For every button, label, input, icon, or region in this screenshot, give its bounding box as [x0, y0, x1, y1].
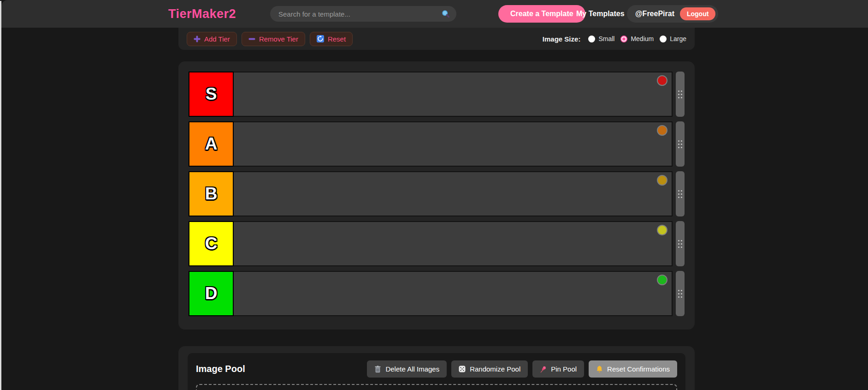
reset-confirmations-button[interactable]: Reset Confirmations [589, 360, 677, 378]
grip-dots-icon [678, 190, 679, 192]
image-pool-inner: Image Pool [188, 353, 685, 390]
size-option-small[interactable]: Small [588, 35, 614, 42]
die-icon [459, 366, 466, 372]
tier-dropzone-a[interactable] [234, 121, 673, 167]
randomize-pool-button[interactable]: Randomize Pool [451, 360, 528, 378]
minus-icon [248, 36, 255, 42]
grip-dots-icon [678, 240, 679, 241]
create-template-button[interactable]: Create a Template [498, 5, 585, 23]
logout-button[interactable]: Logout [680, 7, 715, 20]
tier-drag-handle[interactable] [676, 221, 685, 266]
tier-drag-handle[interactable] [676, 121, 685, 167]
app-logo[interactable]: TierMaker2 [168, 0, 236, 28]
magnifier-icon[interactable] [442, 10, 450, 18]
tier-list-panel: S A B C D [178, 61, 695, 330]
size-option-label: Medium [631, 35, 654, 42]
add-tier-label: Add Tier [204, 35, 230, 43]
size-option-label: Large [670, 35, 686, 42]
tier-drag-handle[interactable] [676, 72, 685, 117]
header-bar: TierMaker2 Create a Template My Template… [1, 0, 868, 28]
pin-pool-label: Pin Pool [551, 365, 577, 373]
tier-drag-handle[interactable] [676, 171, 685, 216]
image-pool-panel: Image Pool [178, 346, 695, 390]
reset-confirmations-label: Reset Confirmations [607, 365, 670, 373]
tier-dropzone-s[interactable] [234, 72, 673, 117]
add-tier-button[interactable]: Add Tier [187, 32, 237, 46]
reset-label: Reset [328, 35, 346, 43]
tier-toolbar: Add Tier Remove Tier Res [178, 28, 695, 50]
pin-pool-button[interactable]: Pin Pool [532, 360, 584, 378]
tier-drag-handle[interactable] [676, 271, 685, 316]
tier-label-b[interactable]: B [189, 171, 234, 216]
tier-dropzone-b[interactable] [234, 171, 673, 216]
window-left-edge [0, 1, 1, 390]
tier-row-b: B [189, 171, 685, 216]
radio-checked-icon[interactable] [620, 36, 627, 42]
delete-all-images-label: Delete All Images [385, 365, 439, 373]
delete-all-images-button[interactable]: Delete All Images [367, 360, 447, 378]
my-templates-link[interactable]: My Templates [576, 0, 625, 28]
remove-tier-button[interactable]: Remove Tier [242, 32, 305, 46]
image-pool-header: Image Pool [196, 360, 677, 378]
tier-edit-buttons: Add Tier Remove Tier Res [187, 32, 353, 46]
tiermaker-page: TierMaker2 Create a Template My Template… [0, 0, 868, 390]
image-pool-actions: Delete All Images [367, 360, 677, 378]
username-label: @FreePirat [635, 10, 674, 18]
tier-label-s[interactable]: S [189, 72, 234, 117]
image-size-group: Image Size: Small Medium Large [543, 35, 686, 43]
tier-row-c: C [189, 221, 685, 266]
tier-color-picker-icon[interactable] [657, 75, 667, 86]
grip-dots-icon [678, 290, 679, 291]
randomize-pool-label: Randomize Pool [470, 365, 520, 373]
tier-row-d: D [189, 271, 685, 316]
tier-label-a[interactable]: A [189, 121, 234, 167]
refresh-icon [317, 35, 324, 42]
tier-color-picker-icon[interactable] [657, 175, 667, 186]
tier-color-picker-icon[interactable] [657, 225, 667, 235]
plus-icon [194, 36, 201, 42]
pushpin-icon [540, 366, 547, 373]
remove-tier-label: Remove Tier [259, 35, 298, 43]
image-pool-dropzone[interactable] [196, 384, 677, 390]
tier-color-picker-icon[interactable] [657, 275, 667, 285]
image-size-label: Image Size: [543, 35, 581, 43]
tier-color-picker-icon[interactable] [657, 125, 667, 136]
size-option-label: Small [598, 35, 614, 42]
size-option-medium[interactable]: Medium [620, 35, 654, 42]
tier-row-s: S [189, 72, 685, 117]
user-pill: @FreePirat Logout [627, 5, 718, 23]
tier-label-c[interactable]: C [189, 221, 234, 266]
tier-dropzone-c[interactable] [234, 221, 673, 266]
size-option-large[interactable]: Large [660, 35, 686, 42]
tier-label-d[interactable]: D [189, 271, 234, 316]
radio-unchecked-icon[interactable] [660, 36, 667, 42]
reset-button[interactable]: Reset [310, 32, 353, 46]
search-input[interactable] [278, 10, 442, 18]
radio-unchecked-icon[interactable] [588, 36, 595, 42]
image-pool-title: Image Pool [196, 364, 245, 374]
template-search[interactable] [270, 6, 456, 22]
grip-dots-icon [678, 140, 679, 142]
tier-dropzone-d[interactable] [234, 271, 673, 316]
bell-icon [596, 366, 603, 373]
tier-row-a: A [189, 121, 685, 167]
grip-dots-icon [678, 90, 679, 92]
trash-icon [374, 366, 381, 373]
